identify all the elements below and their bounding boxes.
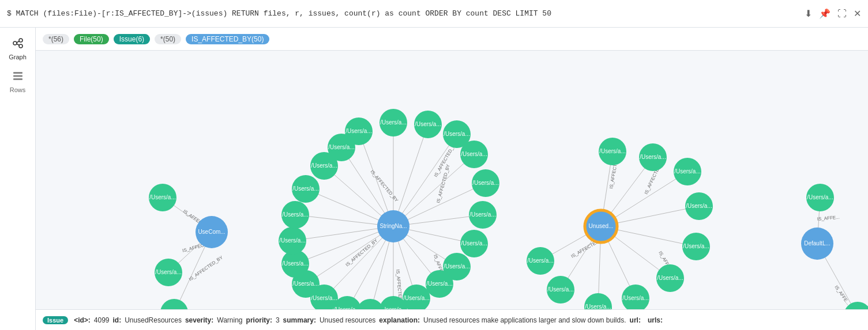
status-urls-key: urls:: [648, 316, 663, 324]
status-issue-badge: Issue: [43, 316, 68, 324]
node-file[interactable]: [279, 227, 306, 255]
status-id-key: <id>:: [74, 316, 91, 324]
svg-rect-5: [13, 72, 22, 74]
node-issue-unused-selected[interactable]: [585, 210, 617, 242]
download-icon[interactable]: ⬇: [805, 8, 812, 19]
status-url-key: url:: [630, 316, 641, 324]
node-file[interactable]: [682, 233, 710, 260]
sidebar-rows-label: Rows: [10, 86, 26, 93]
status-severity-key: severity:: [185, 316, 213, 324]
svg-text:IS_AFFE...: IS_AFFE...: [817, 215, 840, 222]
status-priority-key: priority:: [246, 316, 272, 324]
node-file[interactable]: [527, 247, 554, 275]
node-file[interactable]: [469, 201, 497, 229]
sidebar-item-graph[interactable]: Graph: [0, 32, 35, 65]
status-severity-value: Warning: [217, 316, 242, 324]
node-file[interactable]: [460, 141, 488, 168]
content: *(56) File(50) Issue(6) *(50) IS_AFFECTE…: [36, 28, 868, 330]
node-file[interactable]: [328, 134, 355, 161]
node-file[interactable]: [414, 111, 442, 138]
svg-text:IS_AFFECTED_BY: IS_AFFECTED_BY: [369, 169, 399, 203]
status-name-key: id:: [113, 316, 122, 324]
sidebar-item-rows[interactable]: Rows: [0, 65, 35, 98]
status-name-value: UnusedResources: [125, 316, 182, 324]
status-explanation-value: Unused resources make applications large…: [423, 316, 626, 324]
node-file[interactable]: [674, 158, 701, 185]
svg-line-3: [17, 41, 19, 43]
node-file[interactable]: [599, 138, 626, 165]
svg-point-0: [13, 41, 17, 45]
svg-point-2: [19, 44, 22, 48]
svg-text:IS_AFFECTED_BY: IS_AFFECTED_BY: [345, 238, 379, 268]
query-text: $ MATCH (files:File)-[r:IS_AFFECTED_BY]-…: [7, 9, 805, 18]
node-file[interactable]: [472, 169, 499, 197]
svg-rect-6: [13, 75, 22, 77]
node-file[interactable]: [160, 299, 188, 309]
node-file[interactable]: [460, 230, 488, 257]
expand-icon[interactable]: ⛶: [837, 9, 847, 19]
rows-icon: [12, 70, 24, 85]
svg-line-4: [17, 44, 19, 45]
main-area: Graph Rows *(56) File(50) Issue(6): [0, 28, 868, 330]
status-summary-key: summary:: [283, 316, 316, 324]
node-file[interactable]: [281, 201, 309, 229]
graph-canvas[interactable]: IS_AFFECTED_BY IS_AFFECTED_BY IS_AFFECTE…: [36, 51, 868, 309]
filter-badge-all-rels[interactable]: *(50): [155, 34, 181, 44]
node-issue-usecom[interactable]: [196, 216, 228, 248]
close-icon[interactable]: ✕: [854, 8, 861, 19]
status-priority-value: 3: [276, 316, 280, 324]
node-file[interactable]: [426, 270, 453, 298]
status-summary-value: Unused resources: [320, 316, 375, 324]
graph-icon: [12, 37, 24, 52]
node-file[interactable]: [656, 264, 684, 292]
node-file[interactable]: [622, 285, 649, 309]
svg-point-1: [19, 39, 22, 42]
statusbar: Issue <id>: 4099 id: UnusedResources sev…: [36, 309, 868, 330]
filter-badge-file[interactable]: File(50): [74, 34, 109, 44]
node-issue-stringname[interactable]: [377, 210, 409, 242]
filter-badge-all-nodes[interactable]: *(56): [43, 34, 69, 44]
graph-svg: IS_AFFECTED_BY IS_AFFECTED_BY IS_AFFECTE…: [36, 51, 868, 309]
node-file[interactable]: [149, 184, 176, 211]
sidebar: Graph Rows: [0, 28, 36, 330]
topbar: $ MATCH (files:File)-[r:IS_AFFECTED_BY]-…: [0, 0, 868, 28]
status-explanation-key: explanation:: [379, 316, 420, 324]
filter-badge-is-affected-by[interactable]: IS_AFFECTED_BY(50): [186, 34, 269, 44]
node-file[interactable]: [685, 192, 713, 220]
node-file[interactable]: [403, 285, 430, 309]
node-file[interactable]: [584, 293, 612, 309]
svg-rect-7: [13, 78, 22, 80]
node-file[interactable]: [806, 184, 834, 211]
filterbar: *(56) File(50) Issue(6) *(50) IS_AFFECTE…: [36, 28, 868, 51]
pin-icon[interactable]: 📌: [819, 8, 831, 19]
node-file[interactable]: [639, 143, 667, 171]
node-file[interactable]: [547, 276, 574, 304]
filter-badge-issue[interactable]: Issue(6): [114, 34, 150, 44]
topbar-icons: ⬇ 📌 ⛶ ✕: [805, 8, 861, 19]
svg-line-11: [393, 134, 457, 226]
svg-text:IS_AFFECTED_BY: IS_AFFECTED_BY: [188, 255, 224, 282]
node-file[interactable]: [155, 259, 182, 286]
node-issue-defaultl[interactable]: [801, 227, 833, 260]
node-file[interactable]: [379, 109, 407, 136]
sidebar-graph-label: Graph: [9, 54, 27, 60]
status-id-value: 4099: [94, 316, 110, 324]
node-file[interactable]: [292, 175, 320, 203]
